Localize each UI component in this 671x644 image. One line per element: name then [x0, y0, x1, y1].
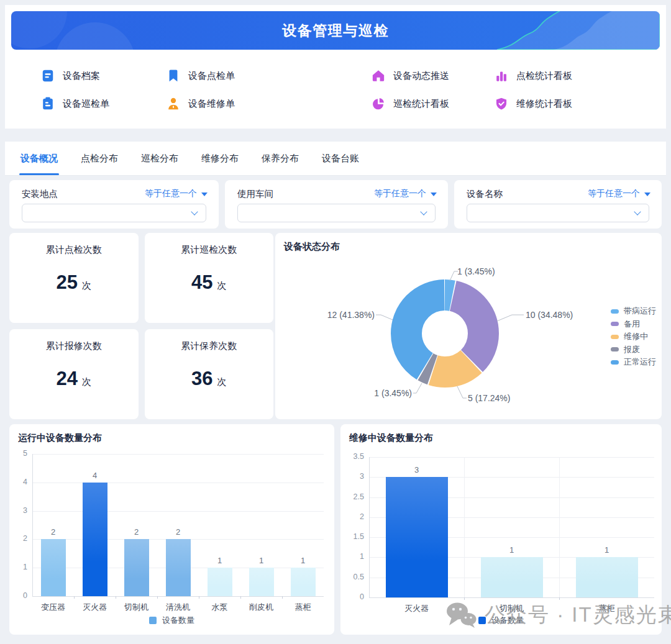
tab-5[interactable]: 保养分布 [262, 142, 299, 175]
menu-item-label: 设备动态推送 [393, 70, 449, 82]
filter-operator-label: 等于任意一个 [374, 188, 426, 199]
legend-item-正常运行[interactable]: 正常运行 [611, 356, 656, 369]
bar-削皮机[interactable] [249, 568, 274, 596]
menu-item-label: 设备档案 [63, 70, 100, 82]
header-panel: 设备管理与巡检 设备档案设备点检单设备动态推送点检统计看板设备巡检单设备维修单巡… [5, 5, 666, 129]
x-axis-line [32, 596, 324, 597]
y-axis-line [369, 457, 370, 597]
y-axis-tick-label: 1.5 [343, 532, 364, 541]
tab-1[interactable]: 设备概况 [21, 142, 58, 175]
y-axis-tick-label: 3 [6, 506, 27, 515]
chevron-down-icon [634, 208, 641, 215]
filter-operator[interactable]: 等于任意一个 [145, 188, 208, 199]
x-axis-line [369, 597, 654, 598]
bar-蒸柜[interactable] [291, 568, 316, 596]
x-axis-tick [74, 596, 75, 599]
bar-灭火器[interactable] [386, 477, 448, 597]
x-axis-category-label: 切制机 [116, 602, 157, 613]
device-status-donut-chart[interactable] [275, 233, 662, 419]
bar-value-label: 2 [116, 527, 157, 537]
bar-变压器[interactable] [41, 539, 66, 596]
vertical-gridline [559, 457, 560, 597]
menu-item-4[interactable]: 点检统计看板 [495, 67, 656, 84]
document-icon [41, 69, 55, 83]
filter-operator[interactable]: 等于任意一个 [374, 188, 437, 199]
stat-title: 累计保养次数 [145, 340, 274, 352]
stat-unit: 次 [82, 376, 91, 387]
shield-check-icon [495, 97, 508, 111]
x-axis-category-label: 灭火器 [369, 603, 464, 614]
running-chart-title: 运行中设备数量分布 [18, 432, 102, 444]
bar-value-label: 1 [199, 556, 240, 565]
menu-item-label: 设备维修单 [188, 98, 235, 110]
donut-label-scrapped: 1 (3.45%) [356, 388, 412, 398]
x-axis-tick [559, 597, 560, 600]
caret-down-icon [431, 193, 437, 196]
bar-水泵[interactable] [208, 568, 232, 596]
tab-6[interactable]: 设备台账 [322, 142, 359, 175]
menu-item-7[interactable]: 巡检统计看板 [372, 95, 495, 112]
legend-marker [611, 309, 619, 314]
banner-decor-wave [486, 11, 660, 50]
tab-2[interactable]: 点检分布 [81, 142, 118, 175]
menu-item-5[interactable]: 设备巡检单 [41, 95, 167, 112]
menu-item-label: 维修统计看板 [516, 98, 572, 110]
filter-select[interactable] [22, 204, 206, 222]
chevron-down-icon [420, 208, 427, 215]
stat-value: 45 [191, 271, 212, 293]
menu-item-2[interactable]: 设备点检单 [167, 67, 372, 84]
vertical-gridline [464, 457, 465, 597]
clipboard-icon [41, 97, 55, 111]
menu-item-label: 设备巡检单 [63, 98, 109, 110]
menu-item-3[interactable]: 设备动态推送 [372, 67, 495, 84]
x-axis-category-label: 切制机 [464, 603, 559, 614]
legend-item-报废[interactable]: 报废 [611, 343, 656, 356]
stat-value: 25 [57, 271, 78, 293]
menu-item-1[interactable]: 设备档案 [41, 67, 167, 84]
bar-value-label: 4 [74, 471, 116, 480]
legend-item-带病运行[interactable]: 带病运行 [611, 305, 656, 318]
bar-切制机[interactable] [124, 539, 149, 596]
filter-card-3: 设备名称等于任意一个 [454, 180, 662, 229]
stat-card-2: 累计巡检次数45次 [145, 233, 274, 323]
y-axis-tick-label: 1 [6, 563, 27, 571]
bar-chart-icon [495, 69, 508, 83]
filter-card-1: 安装地点等于任意一个 [9, 180, 219, 229]
legend-marker [149, 617, 157, 624]
x-axis-tick [157, 596, 158, 599]
stat-card-4: 累计保养次数36次 [145, 329, 274, 419]
bar-蒸柜[interactable] [576, 557, 638, 597]
legend-marker [611, 360, 619, 365]
stat-card-1: 累计点检次数25次 [9, 233, 139, 323]
donut-label-normal: 12 (41.38%) [313, 310, 375, 320]
legend-item-备用[interactable]: 备用 [611, 318, 656, 331]
running-chart-legend[interactable]: 设备数量 [9, 615, 334, 626]
stat-card-3: 累计报修次数24次 [9, 329, 139, 419]
gridline [32, 454, 324, 455]
menu-item-8[interactable]: 维修统计看板 [495, 95, 656, 112]
bar-清洗机[interactable] [166, 539, 191, 596]
x-axis-category-label: 清洗机 [157, 602, 199, 613]
legend-label: 正常运行 [624, 356, 656, 368]
filter-operator[interactable]: 等于任意一个 [588, 188, 650, 199]
bar-灭火器[interactable] [83, 483, 107, 596]
legend-marker [611, 335, 619, 339]
gridline [32, 511, 324, 512]
bookmark-icon [167, 69, 180, 83]
legend-marker [611, 347, 619, 351]
tab-4[interactable]: 维修分布 [201, 142, 239, 175]
legend-item-维修中[interactable]: 维修中 [611, 330, 656, 343]
banner: 设备管理与巡检 [11, 11, 660, 50]
x-axis-category-label: 变压器 [32, 602, 74, 613]
menu-item-6[interactable]: 设备维修单 [167, 95, 372, 112]
stat-title: 累计巡检次数 [145, 244, 274, 256]
x-axis-category-label: 水泵 [199, 602, 240, 613]
filter-label: 安装地点 [22, 188, 58, 200]
repairing-chart-legend[interactable]: 设备数量 [340, 615, 662, 626]
bar-切制机[interactable] [481, 557, 543, 597]
filter-label: 使用车间 [237, 188, 273, 200]
tab-3[interactable]: 巡检分布 [141, 142, 178, 175]
filter-select[interactable] [237, 204, 436, 222]
filter-select[interactable] [467, 204, 649, 222]
stat-unit: 次 [217, 280, 226, 291]
